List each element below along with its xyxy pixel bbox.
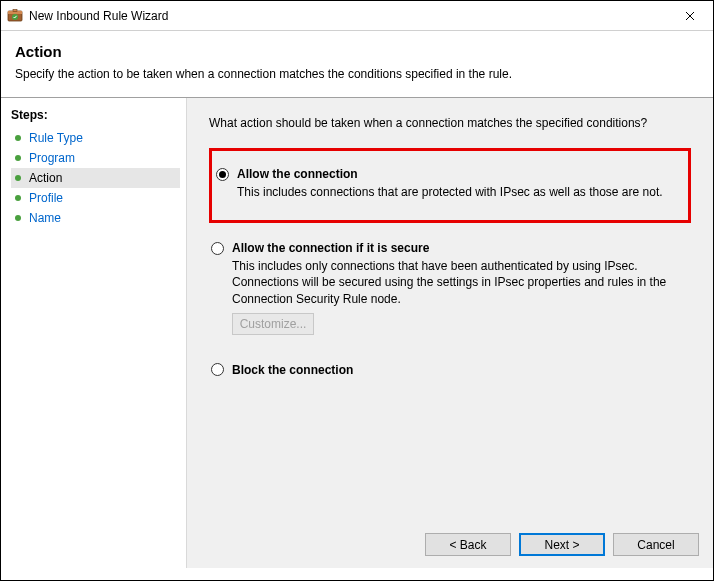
option-desc: This includes connections that are prote… (237, 184, 678, 200)
titlebar: New Inbound Rule Wizard (1, 1, 713, 31)
step-rule-type[interactable]: Rule Type (11, 128, 180, 148)
option-head: Allow the connection (216, 167, 678, 181)
option-allow-secure[interactable]: Allow the connection if it is secure Thi… (209, 235, 691, 343)
steps-sidebar: Steps: Rule Type Program Action Profile … (1, 98, 186, 568)
step-action[interactable]: Action (11, 168, 180, 188)
bullet-icon (15, 215, 21, 221)
bullet-icon (15, 175, 21, 181)
step-name[interactable]: Name (11, 208, 180, 228)
option-allow[interactable]: Allow the connection This includes conne… (214, 161, 678, 208)
question-text: What action should be taken when a conne… (209, 116, 691, 130)
step-label: Action (29, 171, 62, 185)
svg-rect-2 (13, 9, 17, 11)
content-panel: What action should be taken when a conne… (186, 98, 713, 568)
step-label: Name (29, 211, 61, 225)
page-title: Action (15, 43, 699, 60)
bullet-icon (15, 135, 21, 141)
option-label: Allow the connection (237, 167, 358, 181)
radio-allow-secure[interactable] (211, 242, 224, 255)
customize-button: Customize... (232, 313, 314, 335)
radio-allow[interactable] (216, 168, 229, 181)
option-label: Allow the connection if it is secure (232, 241, 429, 255)
option-head: Block the connection (211, 363, 691, 377)
option-desc: This includes only connections that have… (232, 258, 691, 307)
cancel-button[interactable]: Cancel (613, 533, 699, 556)
body: Steps: Rule Type Program Action Profile … (1, 98, 713, 568)
next-button[interactable]: Next > (519, 533, 605, 556)
option-head: Allow the connection if it is secure (211, 241, 691, 255)
close-button[interactable] (667, 1, 713, 31)
step-label: Program (29, 151, 75, 165)
window-title: New Inbound Rule Wizard (29, 9, 667, 23)
back-button[interactable]: < Back (425, 533, 511, 556)
highlighted-option: Allow the connection This includes conne… (209, 148, 691, 223)
bullet-icon (15, 155, 21, 161)
option-block[interactable]: Block the connection (209, 357, 691, 385)
step-label: Rule Type (29, 131, 83, 145)
footer-buttons: < Back Next > Cancel (425, 533, 699, 556)
bullet-icon (15, 195, 21, 201)
page-subtitle: Specify the action to be taken when a co… (15, 67, 699, 81)
step-profile[interactable]: Profile (11, 188, 180, 208)
radio-block[interactable] (211, 363, 224, 376)
option-label: Block the connection (232, 363, 353, 377)
app-icon (7, 8, 23, 24)
step-label: Profile (29, 191, 63, 205)
close-icon (685, 11, 695, 21)
steps-title: Steps: (11, 108, 180, 122)
step-program[interactable]: Program (11, 148, 180, 168)
page-header: Action Specify the action to be taken wh… (1, 31, 713, 89)
